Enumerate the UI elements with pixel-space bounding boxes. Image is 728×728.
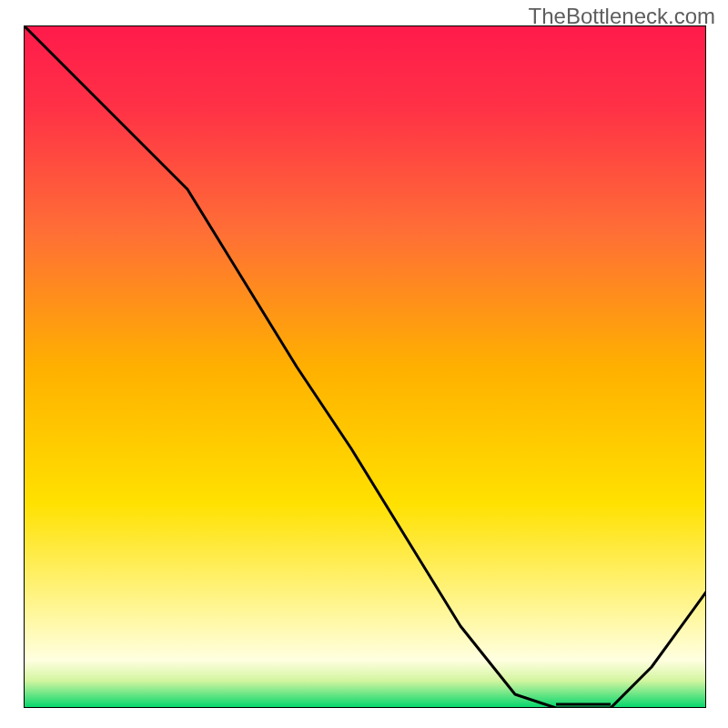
chart-svg: [24, 25, 706, 708]
watermark-text: TheBottleneck.com: [529, 4, 715, 29]
plot-area: [24, 25, 706, 708]
chart-container: TheBottleneck.com: [0, 0, 728, 728]
